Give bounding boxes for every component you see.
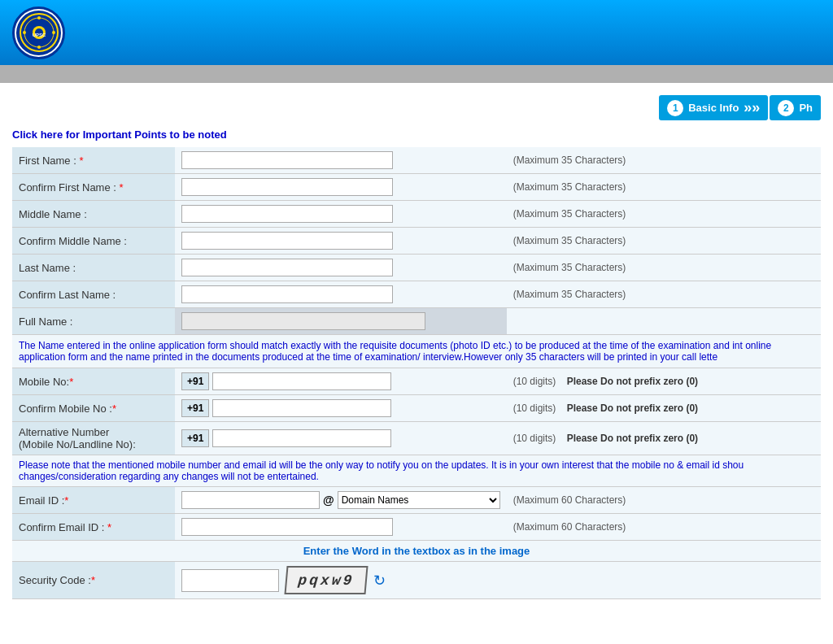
domain-select[interactable]: Domain Names gmail.com yahoo.com hotmail…	[338, 491, 500, 509]
mobile-notice-text: Please note that the mentioned mobile nu…	[12, 455, 821, 487]
confirm-middle-name-label: Confirm Middle Name :	[12, 228, 175, 255]
alt-number-input[interactable]	[212, 429, 391, 447]
security-code-input[interactable]	[181, 569, 279, 592]
middle-name-label: Middle Name :	[12, 201, 175, 228]
svg-point-6	[23, 31, 26, 34]
mobile-digits-hint: (10 digits)	[513, 376, 556, 387]
captcha-image: pqxw9	[284, 566, 368, 594]
name-notice-text: The Name entered in the online applicati…	[12, 335, 821, 368]
logo-inner: UPSC	[16, 11, 61, 55]
confirm-last-name-label: Confirm Last Name :	[12, 281, 175, 308]
confirm-first-name-row: Confirm First Name : * (Maximum 35 Chara…	[12, 174, 821, 201]
security-label: Enter the Word in the textbox as in the …	[12, 541, 821, 562]
confirm-first-name-label: Confirm First Name : *	[12, 174, 175, 201]
confirm-email-input[interactable]	[181, 518, 393, 536]
confirm-mobile-warning: Please Do not prefix zero (0)	[567, 402, 698, 414]
confirm-email-label: Confirm Email ID : *	[12, 514, 175, 541]
middle-name-row: Middle Name : (Maximum 35 Characters)	[12, 201, 821, 228]
mobile-input-wrapper: +91	[181, 372, 500, 390]
full-name-row: Full Name :	[12, 308, 821, 335]
mobile-input-cell: +91	[175, 368, 507, 395]
svg-point-7	[52, 31, 55, 34]
security-code-row: Security Code :* pqxw9 ↻	[12, 562, 821, 599]
last-name-hint: (Maximum 35 Characters)	[507, 255, 821, 281]
confirm-mobile-hint-cell: (10 digits) Please Do not prefix zero (0…	[507, 395, 821, 422]
mobile-input[interactable]	[212, 372, 391, 390]
email-input-cell: @ Domain Names gmail.com yahoo.com hotma…	[175, 487, 507, 514]
confirm-mobile-input[interactable]	[212, 399, 391, 417]
alt-number-input-wrapper: +91	[181, 429, 500, 447]
mobile-required: *	[69, 376, 73, 388]
email-input[interactable]	[181, 491, 320, 509]
middle-name-hint: (Maximum 35 Characters)	[507, 201, 821, 228]
confirm-last-name-row: Confirm Last Name : (Maximum 35 Characte…	[12, 281, 821, 308]
mobile-warning: Please Do not prefix zero (0)	[567, 376, 698, 387]
last-name-input-cell	[175, 255, 507, 281]
security-required: *	[91, 574, 95, 586]
email-label: Email ID :*	[12, 487, 175, 514]
mobile-row: Mobile No:* +91 (10 digits) Please Do no…	[12, 368, 821, 395]
email-required: *	[64, 494, 68, 507]
captcha-area: pqxw9 ↻	[181, 566, 500, 594]
full-name-input-cell	[175, 308, 507, 335]
confirm-email-hint: (Maximum 60 Characters)	[507, 514, 821, 541]
confirm-first-name-input-cell	[175, 174, 507, 201]
step-1[interactable]: 1 Basic Info »»	[659, 95, 768, 120]
security-label-row: Enter the Word in the textbox as in the …	[12, 541, 821, 562]
confirm-first-name-input[interactable]	[181, 178, 393, 196]
alt-number-row: Alternative Number(Mobile No/Landline No…	[12, 422, 821, 455]
middle-name-input[interactable]	[181, 205, 393, 223]
confirm-middle-name-hint: (Maximum 35 Characters)	[507, 228, 821, 255]
step-1-arrow: »»	[744, 99, 760, 116]
alt-number-prefix: +91	[181, 429, 209, 447]
security-code-hint	[507, 562, 821, 599]
step-2[interactable]: 2 Ph	[770, 95, 821, 120]
confirm-last-name-hint: (Maximum 35 Characters)	[507, 281, 821, 308]
first-name-label: First Name : *	[12, 147, 175, 174]
email-at-sign: @	[323, 494, 334, 507]
first-name-input-cell	[175, 147, 507, 174]
svg-point-4	[37, 16, 41, 20]
step-2-num: 2	[778, 100, 794, 116]
alt-digits-hint: (10 digits)	[513, 433, 556, 444]
first-name-hint: (Maximum 35 Characters)	[507, 147, 821, 174]
confirm-middle-name-input[interactable]	[181, 232, 393, 250]
last-name-input[interactable]	[181, 259, 393, 276]
confirm-mobile-label: Confirm Mobile No :*	[12, 395, 175, 422]
captcha-refresh-icon[interactable]: ↻	[373, 572, 386, 590]
first-name-required: *	[79, 154, 83, 167]
confirm-middle-name-row: Confirm Middle Name : (Maximum 35 Charac…	[12, 228, 821, 255]
security-code-input-cell: pqxw9 ↻	[175, 562, 507, 599]
mobile-notice-row: Please note that the mentioned mobile nu…	[12, 455, 821, 487]
mobile-prefix: +91	[181, 372, 209, 390]
svg-text:UPSC: UPSC	[32, 33, 46, 37]
last-name-row: Last Name : (Maximum 35 Characters)	[12, 255, 821, 281]
email-row: Email ID :* @ Domain Names gmail.com yah…	[12, 487, 821, 514]
mobile-label: Mobile No:*	[12, 368, 175, 395]
confirm-mobile-digits-hint: (10 digits)	[513, 402, 556, 414]
logo: UPSC	[12, 7, 65, 59]
svg-point-5	[37, 46, 41, 49]
confirm-mobile-required: *	[112, 402, 116, 415]
important-points-link[interactable]: Click here for Important Points to be no…	[12, 128, 821, 141]
confirm-first-name-required: *	[120, 181, 124, 194]
first-name-input[interactable]	[181, 151, 393, 169]
confirm-email-row: Confirm Email ID : * (Maximum 60 Charact…	[12, 514, 821, 541]
security-code-label: Security Code :*	[12, 562, 175, 599]
full-name-label: Full Name :	[12, 308, 175, 335]
confirm-mobile-prefix: +91	[181, 399, 209, 417]
step-2-label: Ph	[799, 102, 813, 114]
confirm-mobile-row: Confirm Mobile No :* +91 (10 digits) Ple…	[12, 395, 821, 422]
registration-form: First Name : * (Maximum 35 Characters) C…	[12, 147, 821, 599]
full-name-input[interactable]	[181, 312, 425, 330]
confirm-last-name-input-cell	[175, 281, 507, 308]
confirm-last-name-input[interactable]	[181, 285, 393, 303]
confirm-email-required: *	[107, 521, 111, 533]
first-name-row: First Name : * (Maximum 35 Characters)	[12, 147, 821, 174]
alt-number-input-cell: +91	[175, 422, 507, 455]
name-notice-row: The Name entered in the online applicati…	[12, 335, 821, 368]
confirm-first-name-hint: (Maximum 35 Characters)	[507, 174, 821, 201]
last-name-label: Last Name :	[12, 255, 175, 281]
confirm-middle-name-input-cell	[175, 228, 507, 255]
email-input-wrapper: @ Domain Names gmail.com yahoo.com hotma…	[181, 491, 500, 509]
